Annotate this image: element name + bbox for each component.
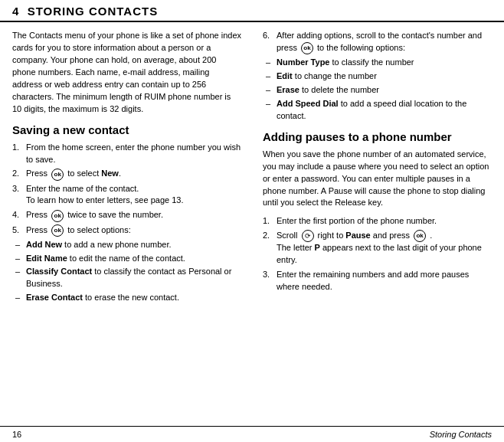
step-2-bold: New [101, 169, 119, 178]
page-number: 16 [12, 430, 21, 439]
right-step-1: 1. Enter the first portion of the phone … [263, 215, 493, 228]
step-1-num: 1. [12, 142, 26, 166]
step-5-sub-list: – Add New to add a new phone number. – E… [15, 239, 241, 305]
step-6-text: After adding options, scroll to the cont… [277, 30, 493, 54]
ok-button-icon-4: ok [301, 42, 313, 54]
right-step-1-text: Enter the first portion of the phone num… [277, 215, 493, 228]
scroll-button-icon: ⟳ [302, 230, 314, 242]
step-4-num: 4. [12, 209, 26, 221]
sub-item-add-speed-dial-text: Add Speed Dial to add a speed dial locat… [277, 98, 493, 123]
sub-item-classify-text: Classify Contact to classify the contact… [26, 266, 241, 290]
step-5-text: Press ok to select options: [26, 224, 241, 237]
sub-item-edit: – Edit to change the number [266, 70, 493, 83]
ok-button-icon: ok [51, 169, 64, 181]
step-6-sub-list: – Number Type to classify the number – E… [266, 57, 493, 123]
right-step-2-num: 2. [263, 230, 277, 267]
section2-intro: When you save the phone number of an aut… [263, 149, 493, 210]
sub-item-erase-contact: – Erase Contact to erase the new contact… [15, 292, 241, 304]
right-step-3: 3. Enter the remaining numbers and add m… [263, 269, 493, 293]
step-1-text: From the home screen, enter the phone nu… [26, 142, 241, 166]
section1-heading: Saving a new contact [12, 123, 241, 137]
step-3-text: Enter the name of the contact. To learn … [26, 183, 241, 208]
sub-item-number-type: – Number Type to classify the number [266, 57, 493, 69]
sub-item-edit-text: Edit to change the number [277, 70, 377, 83]
right-step-3-num: 3. [263, 269, 277, 293]
top-bar: 4 STORING CONTACTS [0, 0, 504, 22]
step-6: 6. After adding options, scroll to the c… [263, 30, 493, 54]
sub-item-edit-name: – Edit Name to edit the name of the cont… [15, 253, 241, 265]
step-5-num: 5. [12, 224, 26, 237]
step-3-num: 3. [12, 183, 26, 208]
right-column: 6. After adding options, scroll to the c… [252, 30, 504, 426]
right-step-1-num: 1. [263, 215, 277, 228]
step-2-num: 2. [12, 168, 26, 180]
page-footer-title: Storing Contacts [430, 430, 492, 439]
section2-heading: Adding pauses to a phone number [263, 130, 493, 144]
left-column: The Contacts menu of your phone is like … [0, 30, 252, 426]
step-4: 4. Press ok twice to save the number. [12, 209, 241, 221]
right-step-2-text: Scroll ⟳ right to Pause and press ok . T… [277, 230, 493, 267]
sub-item-add-new: – Add New to add a new phone number. [15, 239, 241, 251]
chapter-title: STORING CONTACTS [28, 5, 158, 18]
step-5: 5. Press ok to select options: [12, 224, 241, 237]
right-step-3-text: Enter the remaining numbers and add more… [277, 269, 493, 293]
step-6-num: 6. [263, 30, 277, 54]
step-2-text: Press ok to select New. [26, 168, 241, 180]
sub-item-edit-name-text: Edit Name to edit the name of the contac… [26, 253, 185, 265]
step-1: 1. From the home screen, enter the phone… [12, 142, 241, 166]
ok-button-icon-5: ok [414, 230, 426, 242]
page-container: 4 STORING CONTACTS The Contacts menu of … [0, 0, 504, 442]
sub-item-erase-num-text: Erase to delete the number [277, 84, 379, 97]
chapter-number: 4 [12, 5, 19, 18]
step-2: 2. Press ok to select New. [12, 168, 241, 180]
sub-item-number-type-text: Number Type to classify the number [277, 57, 414, 69]
sub-item-classify-contact: – Classify Contact to classify the conta… [15, 266, 241, 290]
chapter-heading: 4 STORING CONTACTS [12, 5, 492, 18]
sub-item-erase-text: Erase Contact to erase the new contact. [26, 292, 179, 304]
step-3: 3. Enter the name of the contact. To lea… [12, 183, 241, 208]
sub-item-erase: – Erase to delete the number [266, 84, 493, 97]
sub-item-add-new-text: Add New to add a new phone number. [26, 239, 172, 251]
bottom-bar: 16 Storing Contacts [0, 426, 504, 442]
intro-paragraph: The Contacts menu of your phone is like … [12, 30, 241, 116]
right-step-2: 2. Scroll ⟳ right to Pause and press ok … [263, 230, 493, 267]
ok-button-icon-2: ok [51, 210, 64, 222]
sub-item-add-speed-dial: – Add Speed Dial to add a speed dial loc… [266, 98, 493, 123]
content-area: The Contacts menu of your phone is like … [0, 22, 504, 426]
step-4-text: Press ok twice to save the number. [26, 209, 241, 221]
ok-button-icon-3: ok [51, 224, 64, 237]
